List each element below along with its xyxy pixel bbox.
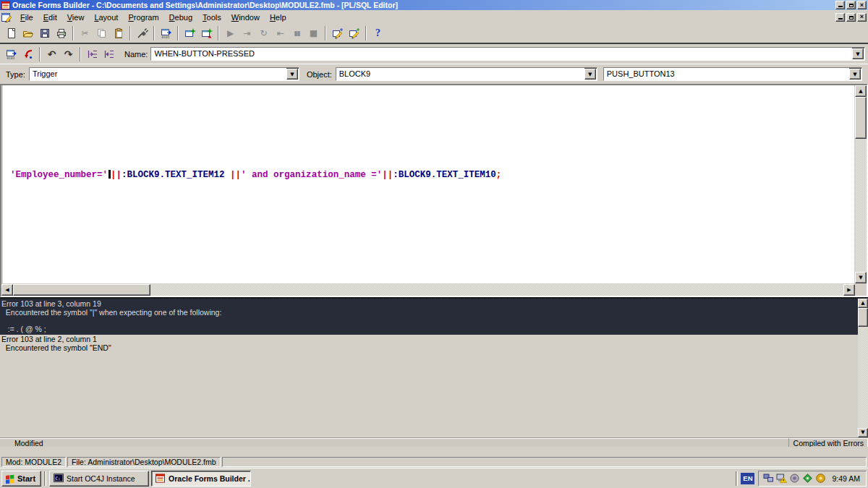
step-into-icon[interactable]: ⇥ — [239, 25, 255, 41]
type-value[interactable]: Trigger — [30, 68, 286, 80]
scroll-left-icon[interactable]: ◀ — [1, 284, 13, 296]
error-scroll-track[interactable] — [858, 327, 868, 428]
open-folder-icon[interactable] — [20, 25, 36, 41]
menu-item-edit[interactable]: Edit — [38, 12, 62, 23]
mdi-restore-icon[interactable] — [846, 13, 856, 22]
menu-item-window[interactable]: Window — [226, 12, 265, 23]
modified-status: Modified — [0, 438, 788, 447]
connect-icon[interactable] — [134, 25, 150, 41]
menu-item-program[interactable]: Program — [123, 12, 163, 23]
tray-panel: 9:49 AM — [758, 471, 867, 487]
step-over-icon[interactable]: ↻ — [255, 25, 272, 41]
menu-item-file[interactable]: File — [15, 12, 38, 23]
monitor-warning-icon[interactable] — [776, 473, 787, 484]
editor-vertical-scrollbar[interactable]: ▲ ▼ — [855, 85, 867, 283]
audio-icon[interactable] — [789, 473, 800, 484]
menu-item-layout[interactable]: Layout — [89, 12, 123, 23]
object-value[interactable]: BLOCK9 — [336, 68, 584, 80]
mdi-close-icon[interactable]: × — [857, 13, 867, 22]
scroll-up-icon[interactable]: ▲ — [858, 299, 868, 308]
separator — [325, 26, 326, 40]
minimize-icon[interactable] — [835, 1, 845, 9]
code-token: || — [111, 170, 122, 180]
undo-icon[interactable]: ↶ — [43, 46, 60, 62]
detail-dropdown-button[interactable]: ▼ — [849, 69, 861, 80]
redo-icon[interactable]: ↷ — [60, 46, 77, 62]
forms-builder-icon — [156, 474, 166, 483]
language-indicator[interactable]: EN — [741, 473, 754, 484]
start-button[interactable]: Start — [1, 471, 41, 487]
error-selected-block[interactable]: Error 103 at line 3, column 19 Encounter… — [0, 299, 858, 335]
task-label: Oracle Forms Builder ... — [169, 474, 251, 483]
debug-run-icon[interactable]: ▶ — [222, 25, 239, 41]
error-vertical-scrollbar[interactable]: ▲ ▼ — [858, 299, 868, 437]
paste-icon[interactable] — [110, 25, 127, 41]
scroll-down-icon[interactable]: ▼ — [858, 428, 868, 437]
object-label: Object: — [307, 70, 332, 79]
revert-icon[interactable] — [20, 46, 36, 62]
layout-wizard-icon[interactable] — [329, 25, 346, 41]
restore-icon[interactable] — [846, 1, 856, 9]
vertical-scroll-track[interactable] — [855, 139, 867, 272]
compile-all-icon[interactable] — [198, 25, 215, 41]
editor-horizontal-scrollbar[interactable]: ◀ ▶ — [1, 284, 855, 296]
network-monitors-icon[interactable] — [763, 473, 774, 484]
menu-item-tools[interactable]: Tools — [197, 12, 226, 23]
cut-icon[interactable]: ✂ — [77, 25, 93, 41]
new-document-icon[interactable] — [3, 25, 20, 41]
name-dropdown-button[interactable]: ▼ — [852, 48, 864, 59]
type-dropdown-button[interactable]: ▼ — [286, 69, 298, 80]
detail-combobox[interactable]: PUSH_BUTTON13 ▼ — [603, 67, 862, 81]
horizontal-scroll-track[interactable] — [150, 284, 843, 296]
vertical-scroll-thumb[interactable] — [855, 97, 867, 139]
object-dropdown-button[interactable]: ▼ — [584, 69, 596, 80]
code-token — [225, 170, 231, 180]
error-line[interactable] — [1, 317, 858, 325]
service-green-icon[interactable] — [802, 473, 813, 484]
compile-module-icon[interactable] — [182, 25, 198, 41]
menu-item-debug[interactable]: Debug — [164, 12, 197, 23]
help-icon[interactable]: ? — [370, 25, 386, 41]
code-editor-content[interactable]: 'Employee_number='||:BLOCK9.TEXT_ITEM12 … — [3, 85, 854, 283]
close-icon[interactable]: × — [857, 1, 867, 9]
data-block-wizard-icon[interactable] — [346, 25, 362, 41]
outdent-icon[interactable] — [101, 46, 117, 62]
stop-icon[interactable]: ■ — [305, 25, 322, 41]
scroll-right-icon[interactable]: ▶ — [843, 284, 855, 296]
code-token: :BLOCK9.TEXT_ITEM12 — [122, 170, 225, 180]
error-block[interactable]: Error 103 at line 2, column 1 Encountere… — [0, 335, 858, 352]
file-status: File: Administrator\Desktop\MODULE2.fmb — [67, 457, 221, 467]
error-line[interactable]: Encountered the symbol "END" — [1, 344, 858, 353]
mdi-minimize-icon[interactable] — [835, 13, 845, 22]
save-icon[interactable] — [36, 25, 53, 41]
copy-icon[interactable] — [93, 25, 110, 41]
error-panel: Error 103 at line 3, column 19 Encounter… — [0, 299, 868, 437]
compile-plsql-icon[interactable]: 0101 — [3, 46, 20, 62]
run-form-icon[interactable]: 0101 — [158, 25, 174, 41]
menu-item-view[interactable]: View — [62, 12, 90, 23]
error-line[interactable]: Error 103 at line 3, column 19 — [1, 300, 858, 309]
task-button-2[interactable]: Oracle Forms Builder ... — [151, 471, 251, 487]
pause-icon[interactable]: ▮▮ — [289, 25, 305, 41]
name-combobox[interactable]: WHEN-BUTTON-PRESSED ▼ — [150, 47, 865, 61]
task-button-1[interactable]: C:Start OC4J Instance — [49, 471, 149, 487]
error-line[interactable]: := . ( @ % ; — [1, 325, 858, 334]
error-scroll-thumb[interactable] — [858, 308, 868, 327]
name-value[interactable]: WHEN-BUTTON-PRESSED — [151, 48, 852, 60]
scroll-up-icon[interactable]: ▲ — [855, 85, 867, 97]
error-list[interactable]: Error 103 at line 3, column 19 Encounter… — [0, 299, 858, 437]
print-icon[interactable] — [53, 25, 69, 41]
horizontal-scroll-thumb[interactable] — [13, 284, 150, 296]
scroll-down-icon[interactable]: ▼ — [855, 272, 867, 283]
indent-icon[interactable] — [84, 46, 101, 62]
error-line[interactable]: Error 103 at line 2, column 1 — [1, 335, 858, 344]
error-line[interactable]: Encountered the symbol "|" when expectin… — [1, 309, 858, 317]
code-token: || — [230, 170, 241, 180]
taskbar-divider — [44, 471, 46, 486]
gold-disc-icon[interactable] — [815, 473, 826, 484]
detail-value[interactable]: PUSH_BUTTON13 — [604, 68, 849, 80]
object-combobox[interactable]: BLOCK9 ▼ — [336, 67, 597, 81]
type-combobox[interactable]: Trigger ▼ — [29, 67, 299, 81]
step-out-icon[interactable]: ⇤ — [272, 25, 289, 41]
menu-item-help[interactable]: Help — [265, 12, 292, 23]
